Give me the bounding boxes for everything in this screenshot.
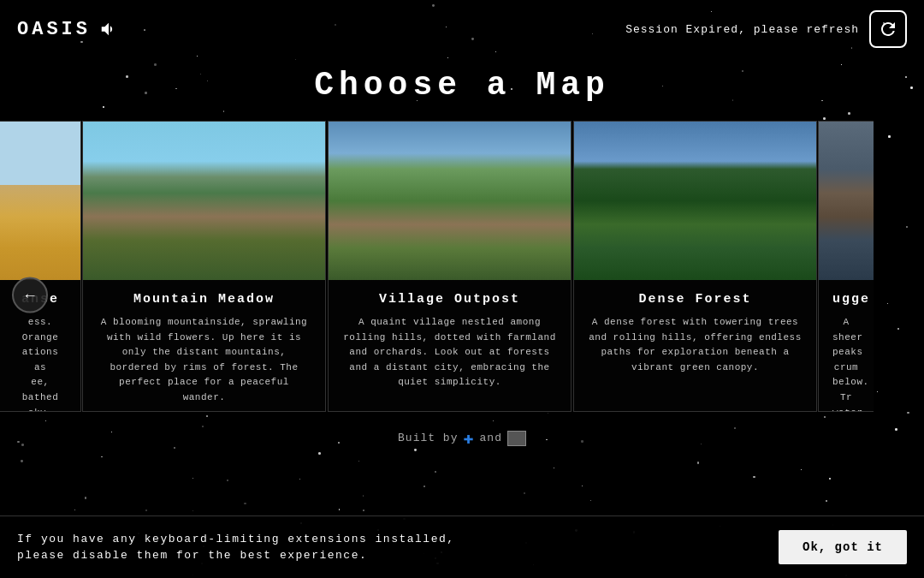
map-info-dense-forest: Dense Forest A dense forest with towerin… bbox=[574, 280, 816, 411]
page-title: Choose a Map bbox=[0, 67, 924, 104]
map-desc-dense-forest: A dense forest with towering trees and r… bbox=[588, 315, 803, 375]
header: OASIS Session Expired, please refresh bbox=[0, 0, 924, 58]
carousel-prev-button[interactable]: ← bbox=[12, 277, 48, 313]
map-card-mountain-meadow[interactable]: Mountain Meadow A blooming mountainside,… bbox=[82, 121, 326, 412]
map-carousel: anse ess. Orangeations asee, bathedsky. … bbox=[0, 121, 924, 412]
footer: Built by ✚ and bbox=[0, 427, 924, 449]
map-desc-mountain-meadow: A blooming mountainside, sprawling with … bbox=[97, 315, 311, 406]
map-name-dense-forest: Dense Forest bbox=[588, 292, 803, 307]
map-desc-rugged: A sheerpeaks crumbelow. Trwater, arocks.… bbox=[832, 315, 860, 411]
header-right: Session Expired, please refresh bbox=[625, 10, 907, 48]
map-info-rugged: ugge A sheerpeaks crumbelow. Trwater, ar… bbox=[819, 280, 874, 411]
map-card-rugged[interactable]: ugge A sheerpeaks crumbelow. Trwater, ar… bbox=[818, 121, 874, 412]
carousel-track: anse ess. Orangeations asee, bathedsky. … bbox=[0, 121, 924, 412]
map-card-landscape[interactable]: anse ess. Orangeations asee, bathedsky. … bbox=[0, 121, 81, 412]
prev-arrow-icon: ← bbox=[22, 286, 38, 304]
map-image-rugged bbox=[819, 122, 874, 280]
refresh-button[interactable] bbox=[869, 10, 907, 48]
map-image-landscape bbox=[0, 122, 80, 280]
map-name-rugged: ugge bbox=[832, 292, 860, 307]
map-desc-landscape: ess. Orangeations asee, bathedsky. Ready… bbox=[14, 315, 67, 411]
notification-line1: If you have any keyboard-limiting extens… bbox=[17, 533, 455, 545]
map-image-mountain-meadow bbox=[83, 122, 325, 280]
map-image-village-outpost bbox=[329, 122, 571, 280]
ok-got-it-button[interactable]: Ok, got it bbox=[779, 530, 907, 564]
notification-text: If you have any keyboard-limiting extens… bbox=[17, 531, 455, 564]
session-expired-text: Session Expired, please refresh bbox=[625, 23, 859, 36]
volume-icon[interactable] bbox=[99, 20, 118, 39]
and-text: and bbox=[480, 432, 502, 444]
map-name-village-outpost: Village Outpost bbox=[342, 292, 557, 307]
map-info-mountain-meadow: Mountain Meadow A blooming mountainside,… bbox=[83, 280, 325, 412]
notification-bar: If you have any keyboard-limiting extens… bbox=[0, 515, 924, 578]
notification-line2: please disable them for the best experie… bbox=[17, 549, 367, 562]
map-image-dense-forest bbox=[574, 122, 816, 280]
map-card-village-outpost[interactable]: Village Outpost A quaint village nestled… bbox=[328, 121, 572, 412]
map-desc-village-outpost: A quaint village nestled among rolling h… bbox=[342, 315, 557, 390]
logo: OASIS bbox=[17, 19, 91, 40]
built-by-text: Built by bbox=[398, 432, 458, 444]
header-left: OASIS bbox=[17, 19, 118, 40]
box-icon bbox=[507, 431, 526, 446]
map-info-village-outpost: Village Outpost A quaint village nestled… bbox=[329, 280, 571, 411]
map-card-dense-forest[interactable]: Dense Forest A dense forest with towerin… bbox=[573, 121, 817, 412]
map-name-mountain-meadow: Mountain Meadow bbox=[97, 292, 311, 307]
plus-icon: ✚ bbox=[463, 427, 474, 449]
